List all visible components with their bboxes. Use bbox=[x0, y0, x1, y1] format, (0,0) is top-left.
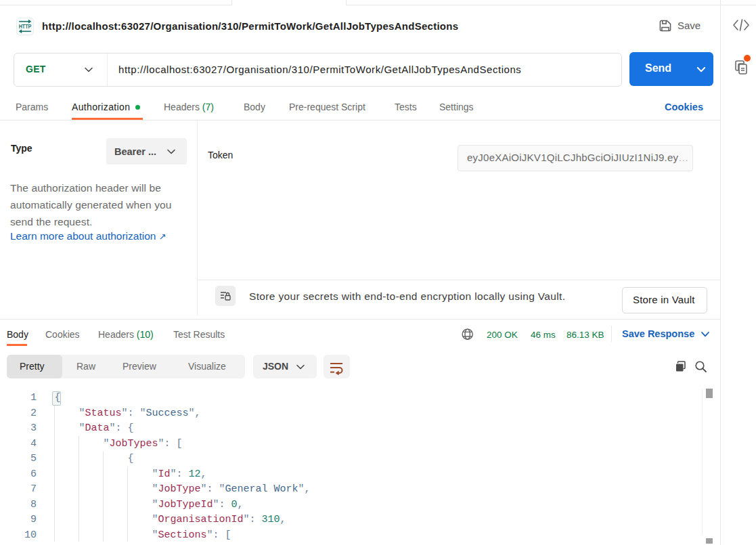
svg-text:HTTP: HTTP bbox=[19, 23, 32, 30]
